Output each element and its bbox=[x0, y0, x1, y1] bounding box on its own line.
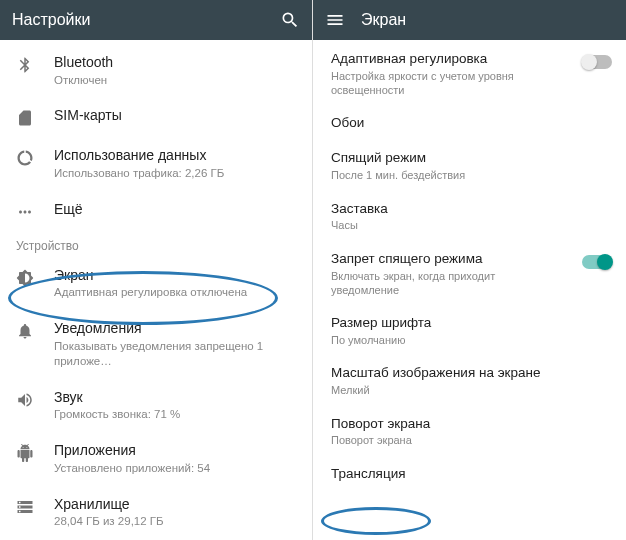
label: Трансляция bbox=[331, 466, 612, 483]
row-notifications[interactable]: Уведомления Показывать уведомления запре… bbox=[0, 310, 312, 378]
sub: Показывать уведомления запрещено 1 прило… bbox=[54, 339, 298, 369]
sub: Громкость звонка: 71 % bbox=[54, 407, 298, 422]
sub: Настройка яркости с учетом уровня освеще… bbox=[331, 69, 562, 98]
row-data-usage[interactable]: Использование данных Использовано трафик… bbox=[0, 137, 312, 190]
label: SIM-карты bbox=[54, 107, 298, 125]
volume-icon bbox=[16, 391, 34, 409]
label: Уведомления bbox=[54, 320, 298, 338]
search-icon[interactable] bbox=[280, 10, 300, 30]
row-storage[interactable]: Хранилище 28,04 ГБ из 29,12 ГБ bbox=[0, 486, 312, 539]
row-screensaver[interactable]: Заставка Часы bbox=[313, 192, 626, 242]
label: Хранилище bbox=[54, 496, 298, 514]
row-sim[interactable]: SIM-карты bbox=[0, 97, 312, 137]
toggle-ambient[interactable] bbox=[582, 255, 612, 269]
sub: Отключен bbox=[54, 73, 298, 88]
more-horiz-icon bbox=[16, 203, 34, 221]
display-icon bbox=[16, 269, 34, 287]
row-cast[interactable]: Трансляция bbox=[313, 457, 626, 492]
android-icon bbox=[16, 444, 34, 462]
appbar-title: Настройки bbox=[12, 11, 264, 29]
row-sleep[interactable]: Спящий режим После 1 мин. бездействия bbox=[313, 141, 626, 191]
bell-icon bbox=[16, 322, 34, 340]
row-display-scale[interactable]: Масштаб изображения на экране Мелкий bbox=[313, 356, 626, 406]
section-device: Устройство bbox=[0, 231, 312, 257]
row-wallpaper[interactable]: Обои bbox=[313, 106, 626, 141]
settings-pane: Настройки Bluetooth Отключен SIM-карты bbox=[0, 0, 313, 540]
row-sound[interactable]: Звук Громкость звонка: 71 % bbox=[0, 379, 312, 432]
label: Спящий режим bbox=[331, 150, 612, 167]
sub: Использовано трафика: 2,26 ГБ bbox=[54, 166, 298, 181]
label: Экран bbox=[54, 267, 298, 285]
storage-icon bbox=[16, 498, 34, 516]
row-adaptive-brightness[interactable]: Адаптивная регулировка Настройка яркости… bbox=[313, 42, 626, 106]
row-rotation[interactable]: Поворот экрана Поворот экрана bbox=[313, 407, 626, 457]
sub: Поворот экрана bbox=[331, 433, 612, 447]
display-list: Адаптивная регулировка Настройка яркости… bbox=[313, 26, 626, 492]
display-settings-pane: Экран Адаптивная регулировка Настройка я… bbox=[313, 0, 626, 540]
row-apps[interactable]: Приложения Установлено приложений: 54 bbox=[0, 432, 312, 485]
sub: По умолчанию bbox=[331, 333, 612, 347]
label: Запрет спящего режима bbox=[331, 251, 562, 268]
label: Поворот экрана bbox=[331, 416, 612, 433]
label: Адаптивная регулировка bbox=[331, 51, 562, 68]
label: Приложения bbox=[54, 442, 298, 460]
label: Размер шрифта bbox=[331, 315, 612, 332]
settings-list: Bluetooth Отключен SIM-карты Использован… bbox=[0, 40, 312, 539]
sub: Мелкий bbox=[331, 383, 612, 397]
menu-icon[interactable] bbox=[325, 10, 345, 30]
sim-icon bbox=[16, 109, 34, 127]
label: Ещё bbox=[54, 201, 298, 219]
label: Масштаб изображения на экране bbox=[331, 365, 612, 382]
row-font-size[interactable]: Размер шрифта По умолчанию bbox=[313, 306, 626, 356]
row-more[interactable]: Ещё bbox=[0, 191, 312, 231]
appbar-title: Экран bbox=[361, 11, 614, 29]
label: Звук bbox=[54, 389, 298, 407]
data-usage-icon bbox=[16, 149, 34, 167]
sub: Включать экран, когда приходит уведомлен… bbox=[331, 269, 562, 298]
label: Заставка bbox=[331, 201, 612, 218]
row-brightness-cutoff[interactable] bbox=[313, 30, 626, 42]
row-ambient-display[interactable]: Запрет спящего режима Включать экран, ко… bbox=[313, 242, 626, 306]
label: Использование данных bbox=[54, 147, 298, 165]
sub: Установлено приложений: 54 bbox=[54, 461, 298, 476]
label: Bluetooth bbox=[54, 54, 298, 72]
appbar-left: Настройки bbox=[0, 0, 312, 40]
row-display[interactable]: Экран Адаптивная регулировка отключена bbox=[0, 257, 312, 310]
label: Обои bbox=[331, 115, 612, 132]
highlight-cast bbox=[321, 507, 431, 535]
bluetooth-icon bbox=[16, 56, 34, 74]
sub: После 1 мин. бездействия bbox=[331, 168, 612, 182]
row-bluetooth[interactable]: Bluetooth Отключен bbox=[0, 44, 312, 97]
sub: 28,04 ГБ из 29,12 ГБ bbox=[54, 514, 298, 529]
sub: Часы bbox=[331, 218, 612, 232]
toggle-adaptive[interactable] bbox=[582, 55, 612, 69]
sub: Адаптивная регулировка отключена bbox=[54, 285, 298, 300]
